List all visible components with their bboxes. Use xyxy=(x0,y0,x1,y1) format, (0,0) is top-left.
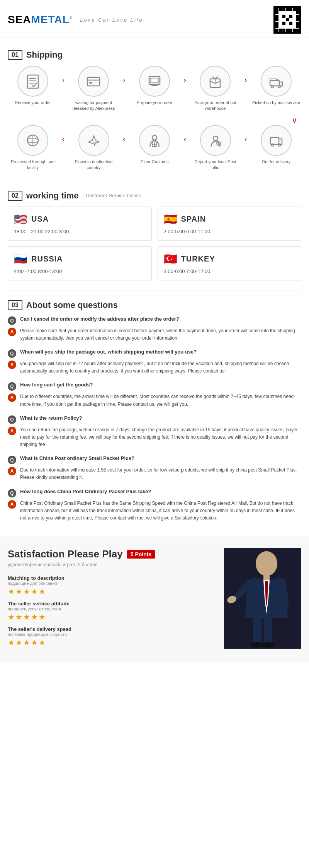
faq-a-badge-2: A xyxy=(8,361,16,369)
step-pickup-label: Picked up by mail service xyxy=(252,100,300,106)
working-section-header: 02 working time Customer Service Online xyxy=(0,183,309,207)
russia-flag: 🇷🇺 xyxy=(14,253,27,265)
svg-rect-35 xyxy=(253,617,261,644)
satisfaction-person xyxy=(216,548,301,649)
faq-q-badge-3: Q xyxy=(8,382,16,391)
faq-q-6: Q How long does China Post Oridinary Pac… xyxy=(8,489,301,497)
faq-a-text-5: Due to track information will increase 1… xyxy=(20,466,301,481)
country-russia: 🇷🇺 RUSSIA 4:00 -7:00 8:00-13:00 xyxy=(8,246,152,280)
svg-point-14 xyxy=(278,85,280,88)
shipping-section-header: 01 Shipping xyxy=(0,42,309,66)
svg-rect-8 xyxy=(151,78,158,83)
header: SEAMETAL® Love Car Love Life xyxy=(0,0,309,38)
faq-section-title: About some questions xyxy=(26,300,118,310)
shipping-section-title: Shipping xyxy=(26,50,63,60)
country-turkey: 🇹🇷 TURKEY 3:00-6:00 7:00-12:00 xyxy=(158,246,302,280)
faq-section-num: 03 xyxy=(8,300,22,310)
svg-rect-36 xyxy=(264,617,272,644)
rating-delivery: The seller's delivery speed поставка про… xyxy=(8,626,216,647)
step-pickup: Picked up by mail service xyxy=(251,66,301,106)
faq-a-1: A Please make sure that your order infor… xyxy=(8,327,301,342)
logo-area: SEAMETAL® Love Car Love Life xyxy=(8,14,143,26)
faq-q-badge-6: Q xyxy=(8,489,16,497)
arrow-2: › xyxy=(123,75,126,84)
faq-a-6: A China Post Oridinary Small Packet Plus… xyxy=(8,500,301,522)
step-prepare-icon xyxy=(139,66,170,97)
spain-name-row: 🇪🇸 SPAIN xyxy=(164,213,295,226)
step-depart-label: Depart your local Post offic xyxy=(190,159,241,171)
arrow-3: › xyxy=(183,75,186,84)
faq-q-text-1: Can I cancel the order or modify the add… xyxy=(20,316,179,322)
working-section-num: 02 xyxy=(8,191,22,201)
step-pack-icon xyxy=(200,66,231,97)
svg-rect-31 xyxy=(263,574,270,580)
step-customs-icon xyxy=(139,125,170,156)
svg-point-16 xyxy=(272,144,274,146)
usa-name-row: 🇺🇸 USA xyxy=(14,213,146,226)
faq-item-5: Q What is China Post ordinary Small Pack… xyxy=(8,455,301,481)
faq-a-5: A Due to track information will increase… xyxy=(8,466,301,481)
shipping-steps: Receive your order › waiting for payment… xyxy=(0,66,309,179)
usa-name: USA xyxy=(31,215,49,224)
logo-sea: SEA xyxy=(8,14,31,26)
turkey-name: TURKEY xyxy=(181,255,215,263)
svg-rect-15 xyxy=(270,137,279,144)
satisfaction-title: Satisfaction Please Play 5 Points xyxy=(8,548,216,560)
faq-a-text-6: China Post Oridinary Small Packet Plus h… xyxy=(20,500,301,522)
step-flown-icon xyxy=(78,125,109,156)
faq-a-4: A You can return the package, without re… xyxy=(8,426,301,449)
arrow-r2-2: ‹ xyxy=(183,135,186,144)
spain-name: SPAIN xyxy=(181,215,206,224)
step-sort-icon xyxy=(17,125,48,156)
shipping-section-num: 01 xyxy=(8,50,22,60)
svg-rect-12 xyxy=(270,80,279,86)
rating-delivery-sublabel: поставка продавцом скорость xyxy=(8,632,216,637)
svg-rect-4 xyxy=(87,77,100,86)
step-depart: Depart your local Post offic xyxy=(190,125,241,171)
faq-item-2: Q When will you ship the package out, wh… xyxy=(8,349,301,375)
faq-q-badge-2: Q xyxy=(8,349,16,358)
spain-flag: 🇪🇸 xyxy=(164,213,177,226)
step-pickup-icon xyxy=(261,66,292,97)
working-content: 🇺🇸 USA 18:00 - 21:00 22:00-3:00 🇪🇸 SPAIN… xyxy=(0,207,309,288)
rating-description: Matching to description подщящие для опи… xyxy=(8,575,216,596)
faq-q-text-3: How long can I get the goods? xyxy=(20,382,93,388)
faq-q-5: Q What is China Post ordinary Small Pack… xyxy=(8,455,301,464)
points-badge: 5 Points xyxy=(127,550,155,559)
satisfaction-section: Satisfaction Please Play 5 Points удовле… xyxy=(0,537,309,663)
section-divider-2 xyxy=(8,290,301,290)
rating-desc-sublabel: подщящие для описания xyxy=(8,581,216,586)
rating-service-sublabel: продавец услуг отношения xyxy=(8,607,216,611)
faq-item-4: Q What is the return Policy? A You can r… xyxy=(8,415,301,449)
working-section-subtitle: Customer Service Online xyxy=(85,193,141,198)
step-sort-label: Processed through sort facility xyxy=(8,159,58,171)
shipping-row1: Receive your order › waiting for payment… xyxy=(8,66,301,112)
svg-point-18 xyxy=(213,136,218,141)
turkey-name-row: 🇹🇷 TURKEY xyxy=(164,253,295,265)
russia-name: RUSSIA xyxy=(31,255,63,263)
spain-times: 2:00-5:00 6:00-11:00 xyxy=(164,229,295,234)
faq-a-text-3: Due to different countries, the arrival … xyxy=(20,393,301,408)
step-payment-label: waiting for payment released by Aliexpre… xyxy=(68,100,119,112)
arrow-1: › xyxy=(62,75,65,84)
arrow-down: ∨ xyxy=(8,116,301,125)
faq-q-badge-4: Q xyxy=(8,415,16,424)
turkey-times: 3:00-6:00 7:00-12:00 xyxy=(164,268,295,274)
faq-a-text-1: Please make sure that your order informa… xyxy=(20,327,301,342)
step-pack: Pack your order at out warehouse xyxy=(190,66,240,112)
faq-a-3: A Due to different countries, the arriva… xyxy=(8,393,301,408)
step-flown: Flown to destination country xyxy=(69,125,119,171)
faq-section-header: 03 About some questions xyxy=(0,292,309,316)
rating-service-label: The seller service attitude xyxy=(8,601,216,607)
step-prepare-label: Prepare your order xyxy=(137,100,172,106)
svg-point-17 xyxy=(278,144,281,146)
step-flown-label: Flown to destination country xyxy=(69,159,119,171)
faq-content: Q Can I cancel the order or modify the a… xyxy=(0,316,309,537)
step-pack-label: Pack your order at out warehouse xyxy=(190,100,240,112)
step-out-delivery-icon xyxy=(261,125,292,156)
step-depart-icon xyxy=(200,125,231,156)
step-payment: waiting for payment released by Aliexpre… xyxy=(68,66,119,112)
svg-rect-6 xyxy=(89,82,92,84)
faq-q-badge-5: Q xyxy=(8,456,16,464)
svg-point-30 xyxy=(256,551,277,576)
